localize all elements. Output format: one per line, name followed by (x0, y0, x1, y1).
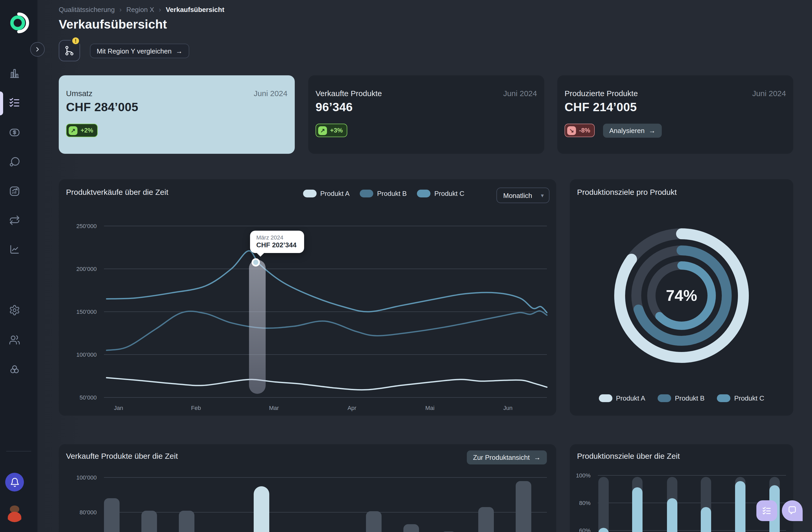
y-tick-label: 100’000 (76, 474, 97, 481)
legend-label: Produkt A (616, 394, 646, 402)
legend-item-produkt-a[interactable]: Produkt A (599, 394, 646, 402)
line-chart-legend: Produkt A Produkt B Produkt C (303, 190, 464, 197)
legend-item-produkt-a[interactable]: Produkt A (303, 190, 350, 197)
breadcrumb-item[interactable]: Qualitätssicherung (59, 6, 115, 14)
legend-item-produkt-c[interactable]: Produkt C (717, 394, 765, 402)
y-tick-label: 250’000 (76, 223, 97, 230)
sidebar (0, 0, 38, 532)
goal-fill[interactable] (735, 481, 745, 532)
range-select-dropdown[interactable]: Monatlich ▾ (496, 188, 550, 203)
kpi-card-produzierte-produkte[interactable]: Produzierte Produkte Juni 2024 CHF 214’0… (557, 75, 793, 154)
nav-settings-icon[interactable] (9, 305, 20, 316)
nav-groups-icon[interactable] (9, 364, 20, 375)
kpi-value: 96’346 (316, 100, 353, 114)
bar[interactable] (366, 512, 381, 532)
legend-label: Produkt C (434, 190, 464, 197)
trend-up-icon: ↗ (69, 126, 77, 135)
chevron-down-icon: ▾ (541, 192, 544, 199)
kpi-card-umsatz[interactable]: Umsatz Juni 2024 CHF 284’005 ↗ +2% (59, 75, 295, 154)
bar[interactable] (179, 511, 194, 532)
y-tick-label: 80% (579, 500, 591, 506)
kpi-delta: -8% (579, 127, 590, 134)
trend-down-icon: ↘ (567, 126, 576, 135)
warning-badge: ! (71, 36, 81, 46)
dashboard-stage: Qualitätssicherung › Region X › Verkaufs… (0, 0, 812, 532)
breadcrumb-item[interactable]: Region X (126, 6, 154, 14)
nav-revenue-icon[interactable] (9, 127, 20, 138)
nav-bar-chart-icon[interactable] (9, 68, 20, 79)
user-avatar[interactable] (5, 503, 24, 522)
legend-item-produkt-b[interactable]: Produkt B (657, 394, 705, 402)
panel-title: Verkaufte Produkte über die Zeit (66, 452, 178, 460)
kpi-title: Umsatz (66, 89, 92, 98)
panel-title: Produktionsziele pro Produkt (577, 188, 677, 196)
chart-highlight-point[interactable] (251, 258, 260, 267)
x-tick-label: Feb (191, 405, 201, 411)
compare-region-label: Mit Region Y vergleichen (97, 47, 172, 55)
kpi-value: CHF 284’005 (66, 100, 138, 114)
bar[interactable] (104, 498, 119, 532)
line-series-produkt-c[interactable] (106, 251, 547, 313)
nav-line-chart-icon[interactable] (9, 243, 20, 255)
checklist-icon (762, 505, 772, 516)
x-tick-label: Jun (503, 405, 512, 411)
line-series-produkt-a[interactable] (106, 378, 547, 390)
chart-tooltip: März 2024 CHF 202’344 (250, 231, 304, 253)
trend-up-icon: ↗ (318, 126, 327, 135)
legend-swatch (657, 394, 671, 402)
nav-chat-icon[interactable] (9, 157, 20, 168)
kpi-period: Juni 2024 (254, 89, 288, 98)
x-tick-label: Mai (425, 405, 434, 411)
kpi-delta-badge: ↗ +3% (316, 124, 348, 137)
app-logo[interactable] (7, 10, 32, 35)
product-view-label: Zur Produktansicht (473, 454, 530, 461)
y-tick-label: 150’000 (76, 309, 97, 315)
nav-sync-icon[interactable] (9, 215, 20, 226)
chat-fab-button[interactable] (782, 500, 803, 521)
donut-legend: Produkt A Produkt B Produkt C (570, 394, 793, 402)
compare-region-button[interactable]: Mit Region Y vergleichen → (90, 44, 189, 58)
legend-swatch (717, 394, 731, 402)
bar[interactable] (141, 511, 157, 532)
kpi-delta-badge: ↗ +2% (66, 124, 98, 137)
analyze-button[interactable]: Analysieren → (603, 124, 662, 138)
sidebar-divider (6, 451, 31, 452)
goal-fill[interactable] (667, 498, 677, 532)
nav-performance-icon[interactable] (9, 186, 20, 197)
bar[interactable] (478, 507, 494, 532)
y-tick-label: 200’000 (76, 266, 97, 272)
legend-swatch (417, 190, 431, 197)
product-view-button[interactable]: Zur Produktansicht → (467, 450, 547, 464)
arrow-right-icon: → (649, 127, 655, 135)
bar[interactable] (403, 524, 419, 532)
tasks-fab-button[interactable] (756, 500, 777, 521)
bar-highlighted[interactable] (254, 486, 269, 532)
range-select-value: Monatlich (503, 191, 532, 199)
arrow-right-icon: → (176, 47, 183, 55)
kpi-card-verkaufte-produkte[interactable]: Verkaufte Produkte Juni 2024 96’346 ↗ +3… (308, 75, 544, 154)
bar[interactable] (516, 481, 531, 532)
goal-fill[interactable] (701, 507, 711, 532)
kpi-delta: +3% (330, 127, 343, 134)
nav-users-icon[interactable] (9, 334, 20, 345)
x-tick-label: Apr (348, 405, 356, 411)
sidebar-collapse-button[interactable] (30, 42, 45, 57)
kpi-delta-badge: ↘ -8% (565, 124, 595, 137)
notifications-button[interactable] (5, 473, 24, 491)
line-chart[interactable]: 250’000200’000150’000100’00050’000JanFeb… (59, 179, 556, 416)
goal-fill[interactable] (632, 487, 642, 532)
line-series-produkt-b[interactable] (106, 311, 547, 351)
legend-swatch (303, 190, 317, 197)
legend-item-produkt-b[interactable]: Produkt B (360, 190, 407, 197)
kpi-period: Juni 2024 (752, 89, 786, 98)
bell-icon (10, 477, 19, 487)
legend-label: Produkt A (320, 190, 350, 197)
breadcrumb: Qualitätssicherung › Region X › Verkaufs… (59, 6, 224, 14)
product-sales-panel: Produktverkäufe über die Zeit Produkt A … (59, 179, 556, 416)
tooltip-value: CHF 202’344 (256, 241, 298, 249)
legend-item-produkt-c[interactable]: Produkt C (417, 190, 464, 197)
nav-checklist-icon[interactable] (9, 97, 20, 108)
chevron-right-icon (34, 46, 41, 53)
breadcrumb-separator-icon: › (119, 6, 122, 14)
panel-title: Produktionsziele über die Zeit (577, 452, 680, 460)
